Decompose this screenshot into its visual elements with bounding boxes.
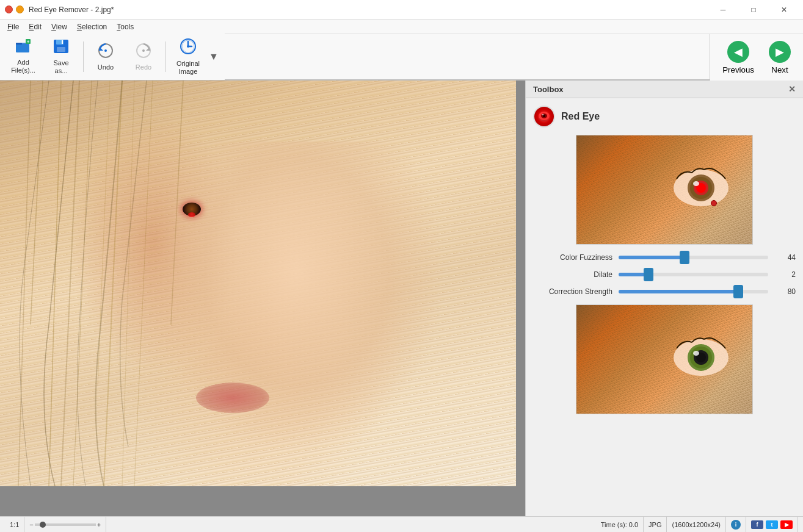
traffic-lights [5, 5, 24, 13]
toolbar-sep-2 [165, 41, 166, 72]
svg-line-25 [61, 81, 79, 486]
original-image-label: OriginalImage [176, 60, 200, 76]
original-image-icon [180, 38, 197, 59]
before-preview-image [576, 135, 753, 245]
color-fuzziness-value: 44 [774, 253, 796, 262]
add-files-label: AddFile(s)... [11, 59, 35, 74]
red-eye-header: Red Eye [533, 106, 796, 128]
svg-point-44 [693, 351, 699, 356]
add-files-button[interactable]: + AddFile(s)... [5, 38, 42, 75]
info-icon[interactable]: i [731, 520, 741, 530]
toolbar-sep-1 [83, 41, 84, 72]
format-status: JPG [644, 517, 667, 532]
svg-line-20 [104, 81, 122, 486]
save-as-label: Saveas... [53, 59, 68, 75]
svg-point-17 [187, 45, 189, 48]
zoom-slider[interactable] [35, 523, 96, 526]
red-eye-title: Red Eye [561, 111, 600, 122]
red-eye-indicator [188, 212, 195, 217]
menu-selection[interactable]: Selection [72, 21, 112, 32]
color-fuzziness-row: Color Fuzziness 44 [533, 253, 796, 262]
dilate-label: Dilate [533, 270, 612, 279]
red-eye-tool-icon [533, 106, 555, 128]
svg-rect-8 [62, 40, 63, 44]
undo-icon [97, 43, 114, 62]
correction-strength-thumb[interactable] [733, 285, 743, 298]
correction-strength-row: Correction Strength 80 [533, 287, 796, 296]
svg-rect-7 [57, 47, 65, 52]
color-fuzziness-slider[interactable] [619, 256, 768, 259]
next-icon: ▶ [769, 41, 791, 63]
time-status: Time (s): 0.0 [596, 517, 644, 532]
zoom-thumb[interactable] [40, 522, 46, 528]
correction-strength-fill [619, 290, 738, 293]
correction-strength-label: Correction Strength [533, 287, 612, 296]
dilate-slider[interactable] [619, 273, 768, 276]
time-value: 0.0 [629, 521, 638, 528]
previous-button[interactable]: ◀ Previous [715, 36, 761, 79]
minimize-button[interactable]: ─ [709, 1, 737, 19]
menubar: File Edit View Selection Tools [0, 20, 803, 34]
undo-button[interactable]: Undo [87, 38, 124, 75]
maximize-button[interactable]: □ [739, 1, 768, 19]
svg-line-21 [18, 81, 31, 486]
svg-point-11 [104, 49, 107, 52]
after-preview-image [576, 304, 753, 414]
toolbox-content: Red Eye [526, 98, 803, 516]
facebook-icon[interactable]: f [751, 520, 763, 529]
eye-pupil [183, 203, 201, 216]
svg-marker-10 [100, 47, 103, 51]
save-as-button[interactable]: Saveas... [43, 38, 79, 75]
youtube-icon[interactable]: ▶ [780, 520, 793, 529]
correction-strength-value: 80 [774, 287, 796, 296]
canvas-area[interactable] [0, 81, 525, 516]
before-preview-container [533, 135, 796, 245]
window-controls: ─ □ ✕ [709, 1, 798, 19]
close-button[interactable]: ✕ [770, 1, 798, 19]
previous-label: Previous [722, 65, 754, 74]
twitter-icon[interactable]: t [766, 520, 778, 529]
toolbox-title: Toolbox [533, 85, 564, 94]
menu-tools[interactable]: Tools [112, 21, 139, 32]
zoom-label: 1:1 [5, 517, 24, 532]
correction-strength-slider[interactable] [619, 290, 768, 293]
close-button-traffic[interactable] [5, 5, 13, 13]
menu-view[interactable]: View [46, 21, 72, 32]
undo-label: Undo [98, 63, 114, 71]
redo-label: Redo [136, 63, 151, 71]
color-fuzziness-label: Color Fuzziness [533, 253, 612, 262]
svg-point-32 [542, 114, 544, 115]
svg-rect-1 [16, 44, 29, 52]
next-button[interactable]: ▶ Next [761, 36, 798, 79]
titlebar: Red Eye Remover - 2.jpg* ─ □ ✕ [0, 0, 803, 20]
original-image-button[interactable]: OriginalImage [170, 38, 206, 75]
time-label: Time (s): [601, 521, 627, 528]
redo-button[interactable]: Redo [125, 38, 162, 75]
save-as-icon [53, 38, 70, 58]
next-label: Next [771, 65, 788, 74]
zoom-plus-icon[interactable]: + [97, 521, 101, 528]
add-files-icon: + [15, 39, 32, 57]
dimensions-value: (1600x1200x24) [672, 521, 721, 528]
svg-point-14 [142, 49, 145, 52]
window-title: Red Eye Remover - 2.jpg* [29, 5, 709, 14]
after-preview-container [533, 304, 796, 414]
minimize-button-traffic[interactable] [16, 5, 24, 13]
dilate-thumb[interactable] [644, 268, 653, 281]
dimensions-status: (1600x1200x24) [667, 517, 726, 532]
redo-icon [135, 43, 152, 62]
sliders-section: Color Fuzziness 44 Dilate 2 [533, 253, 796, 296]
toolbox-close-button[interactable]: ✕ [788, 84, 796, 94]
svg-point-38 [693, 181, 699, 186]
previous-icon: ◀ [727, 41, 749, 63]
zoom-minus-icon[interactable]: − [29, 521, 33, 528]
toolbox-header: Toolbox ✕ [526, 81, 803, 98]
menu-edit[interactable]: Edit [24, 21, 46, 32]
toolbar-expander[interactable]: ▼ [208, 50, 220, 63]
info-section: i [726, 517, 746, 532]
toolbox-panel: Toolbox ✕ Red Eye [525, 81, 803, 516]
color-fuzziness-fill [619, 256, 685, 259]
svg-text:+: + [27, 39, 30, 45]
color-fuzziness-thumb[interactable] [680, 251, 689, 264]
menu-file[interactable]: File [2, 21, 24, 32]
